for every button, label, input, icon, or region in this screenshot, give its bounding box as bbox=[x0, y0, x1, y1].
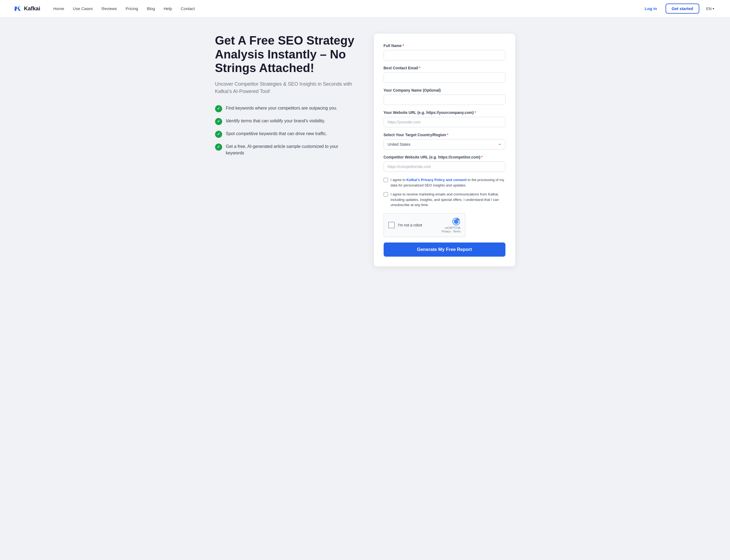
check-icon-4 bbox=[215, 144, 222, 151]
lang-label: EN bbox=[706, 7, 712, 11]
company-input[interactable] bbox=[384, 95, 505, 105]
country-label: Select Your Target Country/Region* bbox=[384, 133, 505, 137]
feature-list: Find keywords where your competitors are… bbox=[215, 105, 356, 156]
get-started-button[interactable]: Get started bbox=[666, 4, 699, 14]
nav-actions: Log in Get started EN ▾ bbox=[640, 4, 717, 14]
feature-text-4: Get a free, AI-generated article sample … bbox=[226, 143, 356, 156]
recaptcha-widget[interactable]: I'm not a robot reCAPTCHA Privacy - Term… bbox=[384, 213, 465, 237]
marketing-checkbox[interactable] bbox=[384, 192, 388, 197]
privacy-checkbox-item: I agree to Kafkai's Privacy Policy and c… bbox=[384, 177, 505, 188]
feature-item-2: Identify terms that can solidify your br… bbox=[215, 118, 356, 125]
recaptcha-left: I'm not a robot bbox=[388, 222, 422, 228]
recaptcha-right: reCAPTCHA Privacy - Terms bbox=[442, 217, 461, 233]
logo-text: Kafkai bbox=[24, 5, 40, 12]
competitor-label: Competitor Website URL (e.g. https://com… bbox=[384, 155, 505, 159]
main-content: Get A Free SEO Strategy Analysis Instant… bbox=[202, 17, 528, 283]
recaptcha-terms-link[interactable]: Terms bbox=[453, 230, 460, 233]
kafkai-logo-icon bbox=[13, 4, 22, 13]
recaptcha-privacy-link[interactable]: Privacy bbox=[442, 230, 451, 233]
checkbox-group: I agree to Kafkai's Privacy Policy and c… bbox=[384, 177, 505, 208]
logo-link[interactable]: Kafkai bbox=[13, 4, 40, 13]
feature-text-1: Find keywords where your competitors are… bbox=[226, 105, 337, 111]
website-label: Your Website URL (e.g. https://yourcompa… bbox=[384, 110, 505, 115]
privacy-policy-link[interactable]: Kafkai's Privacy Policy and consent bbox=[406, 178, 467, 182]
recaptcha-links: Privacy - Terms bbox=[442, 230, 461, 233]
language-selector[interactable]: EN ▾ bbox=[704, 5, 717, 13]
submit-button[interactable]: Generate My Free Report bbox=[384, 242, 505, 257]
company-label: Your Company Name (Optional) bbox=[384, 88, 505, 92]
full-name-label: Full Name* bbox=[384, 43, 505, 48]
recaptcha-logo-icon bbox=[452, 217, 461, 226]
nav-link-blog[interactable]: Blog bbox=[147, 6, 155, 11]
email-label: Best Contact Email* bbox=[384, 66, 505, 70]
privacy-checkbox[interactable] bbox=[384, 178, 388, 182]
nav-link-reviews[interactable]: Reviews bbox=[101, 6, 117, 11]
hero-subtitle: Uncover Competitor Strategies & SEO Insi… bbox=[215, 80, 356, 95]
check-icon-1 bbox=[215, 105, 222, 112]
form-card: Full Name* Best Contact Email* Your Comp… bbox=[374, 34, 515, 266]
navbar: Kafkai Home Use Cases Reviews Pricing Bl… bbox=[0, 0, 730, 17]
feature-item-3: Spot competitive keywords that can drive… bbox=[215, 130, 356, 138]
recaptcha-brand: reCAPTCHA bbox=[445, 226, 461, 229]
nav-link-pricing[interactable]: Pricing bbox=[126, 6, 138, 11]
recaptcha-checkbox[interactable] bbox=[388, 222, 395, 228]
hero-section: Get A Free SEO Strategy Analysis Instant… bbox=[215, 34, 356, 156]
competitor-input[interactable] bbox=[384, 161, 505, 172]
nav-link-help[interactable]: Help bbox=[164, 6, 172, 11]
website-group: Your Website URL (e.g. https://yourcompa… bbox=[384, 110, 505, 127]
full-name-group: Full Name* bbox=[384, 43, 505, 60]
email-input[interactable] bbox=[384, 72, 505, 83]
marketing-label: I agree to receive marketing emails and … bbox=[391, 192, 505, 208]
recaptcha-text: I'm not a robot bbox=[398, 223, 422, 227]
chevron-down-icon: ▾ bbox=[713, 7, 714, 11]
feature-text-3: Spot competitive keywords that can drive… bbox=[226, 130, 327, 137]
nav-links: Home Use Cases Reviews Pricing Blog Help… bbox=[53, 6, 640, 11]
hero-headline: Get A Free SEO Strategy Analysis Instant… bbox=[215, 34, 356, 75]
email-group: Best Contact Email* bbox=[384, 66, 505, 83]
country-group: Select Your Target Country/Region* Unite… bbox=[384, 133, 505, 150]
nav-link-home[interactable]: Home bbox=[53, 6, 64, 11]
country-required-star: * bbox=[447, 133, 448, 137]
feature-item-1: Find keywords where your competitors are… bbox=[215, 105, 356, 112]
marketing-checkbox-item: I agree to receive marketing emails and … bbox=[384, 192, 505, 208]
check-icon-3 bbox=[215, 131, 222, 138]
website-input[interactable] bbox=[384, 117, 505, 127]
nav-link-use-cases[interactable]: Use Cases bbox=[73, 6, 93, 11]
company-group: Your Company Name (Optional) bbox=[384, 88, 505, 105]
check-icon-2 bbox=[215, 118, 222, 125]
feature-item-4: Get a free, AI-generated article sample … bbox=[215, 143, 356, 156]
full-name-input[interactable] bbox=[384, 50, 505, 60]
website-required-star: * bbox=[474, 110, 476, 115]
nav-link-contact[interactable]: Contact bbox=[181, 6, 195, 11]
login-button[interactable]: Log in bbox=[640, 4, 661, 13]
country-select[interactable]: United States United Kingdom Canada Aust… bbox=[384, 139, 505, 150]
email-required-star: * bbox=[419, 66, 420, 70]
privacy-label: I agree to Kafkai's Privacy Policy and c… bbox=[391, 177, 505, 188]
seo-report-form: Full Name* Best Contact Email* Your Comp… bbox=[384, 43, 505, 257]
full-name-required-star: * bbox=[402, 43, 404, 48]
competitor-group: Competitor Website URL (e.g. https://com… bbox=[384, 155, 505, 172]
competitor-required-star: * bbox=[481, 155, 483, 159]
feature-text-2: Identify terms that can solidify your br… bbox=[226, 118, 325, 124]
svg-rect-0 bbox=[13, 4, 22, 13]
